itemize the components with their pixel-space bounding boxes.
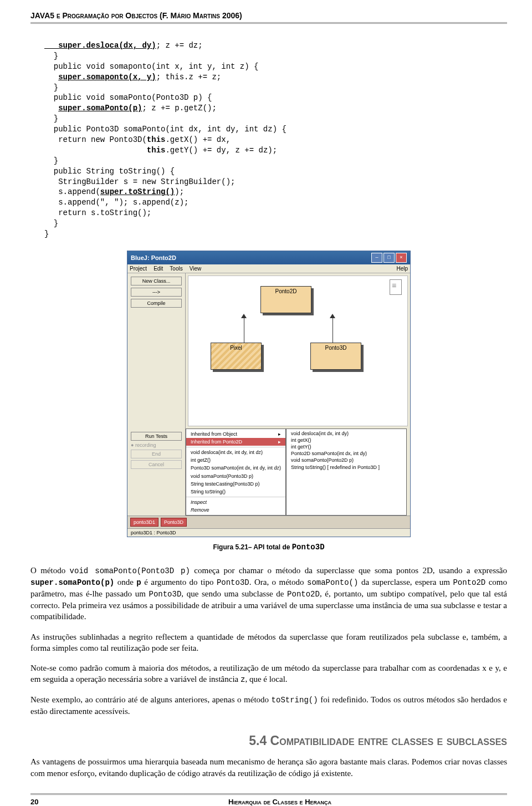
class-box-ponto2d[interactable]: Ponto2D [260,286,311,313]
class-box-pixel[interactable]: Pixel [211,343,262,370]
new-class-button[interactable]: New Class... [131,277,182,285]
menu-inspect[interactable]: Inspect [186,498,285,506]
status-bar: ponto3D1 : Ponto3D [127,528,410,537]
figure-caption: Figura 5.21– API total de Ponto3D [30,543,507,552]
object-instance[interactable]: Ponto3D [161,518,187,527]
cancel-button: Cancel [131,460,182,469]
context-menu: Inherited from Object▸ Inherited from Po… [186,428,286,516]
menu-remove[interactable]: Remove [186,506,285,514]
doc-icon [390,279,402,295]
page-number: 20 [30,798,53,806]
maximize-icon[interactable]: □ [383,253,395,263]
bluej-window: BlueJ: Ponto2D – □ × Project Edit Tools … [127,251,411,537]
code-listing: super.desloca(dx, dy); z += dz; } public… [44,40,507,239]
object-bench: ponto3D1 Ponto3D [127,516,410,528]
menu-method[interactable]: Ponto3D somaPonto(int dx, int dy, int dz… [186,464,285,472]
submenu-method[interactable]: int getX() [291,437,402,443]
chapter-title: Hierarquia de Classes e Herança [53,798,507,806]
compile-button[interactable]: Compile [131,299,182,308]
paragraph: As instruções sublinhadas a negrito refl… [30,631,507,654]
menu-help[interactable]: Help [396,266,408,272]
menu-method[interactable]: int getZ() [186,456,285,464]
recording-label: ● recording [131,442,182,448]
submenu-method[interactable]: int getY() [291,443,402,450]
context-area: Run Tests ● recording End Cancel Inherit… [127,428,410,537]
menu-tools[interactable]: Tools [170,266,182,272]
context-submenu: void desloca(int dx, int dy) int getX() … [286,428,407,516]
menu-method[interactable]: String testeCasting(Ponto3D p) [186,480,285,488]
menu-edit[interactable]: Edit [154,266,163,272]
menu-view[interactable]: View [190,266,202,272]
class-box-ponto3d[interactable]: Ponto3D [310,343,361,370]
menubar: Project Edit Tools View Help [127,264,410,273]
chevron-right-icon: ▸ [278,431,281,437]
object-instance[interactable]: ponto3D1 [130,518,158,527]
chevron-right-icon: ▸ [278,438,281,445]
paragraph: O método void somaPonto(Ponto3D p) começ… [30,565,507,622]
submenu-method[interactable]: void somaPonto(Ponto2D p) [291,457,402,463]
bluej-titlebar: BlueJ: Ponto2D – □ × [127,251,410,264]
menu-method[interactable]: void somaPonto(Ponto3D p) [186,472,285,480]
menu-inherited-object[interactable]: Inherited from Object▸ [186,430,285,438]
inheritance-arrow-icon [330,314,335,318]
menu-project[interactable]: Project [130,266,147,272]
minimize-icon[interactable]: – [371,253,382,263]
paragraph: Neste exemplo, ao contrário até de algun… [30,694,507,717]
submenu-method[interactable]: Ponto2D somaPonto(int dx, int dy) [291,450,402,457]
menu-method[interactable]: String toString() [186,488,285,496]
paragraph: Note-se como padrão comum à maioria dos … [30,662,507,685]
inheritance-arrow-icon [241,314,247,318]
run-tests-button[interactable]: Run Tests [131,432,182,441]
end-button: End [131,450,182,458]
menu-inherited-ponto2d[interactable]: Inherited from Ponto2D▸ [186,438,285,446]
section-heading: 5.4 Compatibilidade entre classes e subc… [30,733,507,748]
page-header: JAVA5 e Programação por Objectos (F. Már… [30,11,507,24]
left-toolbar: New Class... ---> Compile [127,273,186,428]
paragraph: As vantagens de possuirmos uma hierarqui… [30,756,507,779]
close-icon[interactable]: × [396,253,407,263]
arrow-button[interactable]: ---> [131,288,182,297]
page-footer: 20 Hierarquia de Classes e Herança [30,793,507,806]
submenu-method[interactable]: String toString() [ redefined in Ponto3D… [291,464,402,471]
menu-method[interactable]: void desloca(int dx, int dy, int dz) [186,448,285,456]
figure-5-21: BlueJ: Ponto2D – □ × Project Edit Tools … [30,251,507,537]
class-diagram-canvas: Ponto2D Pixel Ponto3D [188,276,408,426]
window-title: BlueJ: Ponto2D [131,254,176,261]
submenu-method[interactable]: void desloca(int dx, int dy) [291,430,402,437]
